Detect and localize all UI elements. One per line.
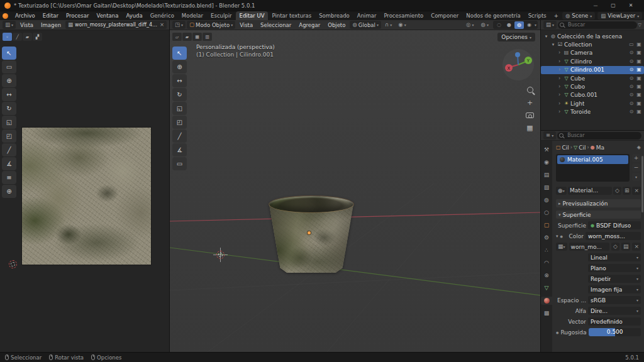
workspace-tab-modelar[interactable]: Modelar bbox=[178, 11, 207, 20]
outliner-row-toroide[interactable]: Toroide bbox=[541, 108, 644, 116]
menu-ayuda[interactable]: Ayuda bbox=[122, 13, 146, 19]
eye-icon[interactable] bbox=[628, 92, 635, 97]
disclosure-icon[interactable] bbox=[556, 101, 563, 106]
interpolation-dropdown[interactable]: Lineal bbox=[588, 253, 641, 261]
material-slot-row[interactable]: Material.005 bbox=[557, 155, 628, 164]
vp-toggle-2-button[interactable]: ▰ bbox=[182, 33, 192, 41]
add-cube-tool-button[interactable] bbox=[172, 157, 187, 170]
annotate-tool-button[interactable] bbox=[2, 143, 16, 156]
disclosure-icon[interactable] bbox=[556, 92, 563, 97]
transform-tool-button[interactable] bbox=[2, 129, 16, 143]
texture-image-preview[interactable] bbox=[22, 128, 151, 265]
menu-ventana[interactable]: Ventana bbox=[92, 13, 122, 19]
color-texture-button[interactable]: worn_moss... bbox=[586, 232, 641, 240]
zoom-icon[interactable] bbox=[527, 87, 533, 93]
collection-checkbox-icon[interactable] bbox=[557, 42, 564, 47]
preview-section-header[interactable]: Previsualización bbox=[556, 199, 641, 207]
tab-output[interactable] bbox=[541, 171, 552, 179]
close-icon[interactable] bbox=[622, 0, 640, 11]
shading-material-button[interactable] bbox=[514, 21, 524, 29]
outliner-row-cubo[interactable]: Cubo bbox=[541, 82, 644, 90]
vp-toggle-1-button[interactable]: ▱ bbox=[172, 33, 182, 41]
shading-rendered-button[interactable] bbox=[525, 21, 534, 29]
workspace-tab-pintar-texturas[interactable]: Pintar texturas bbox=[268, 11, 315, 20]
render-visibility-icon[interactable] bbox=[636, 67, 642, 72]
gizmo-y-label[interactable]: Y bbox=[526, 58, 530, 63]
outliner-row-light[interactable]: Light bbox=[541, 99, 644, 107]
render-visibility-icon[interactable] bbox=[636, 42, 642, 47]
source-dropdown[interactable]: Imagen fija bbox=[588, 285, 641, 293]
eye-icon[interactable] bbox=[628, 109, 635, 114]
disclosure-icon[interactable] bbox=[556, 84, 563, 89]
breadcrumb-data[interactable]: Cil bbox=[579, 145, 586, 151]
workspace-tab-editar-uv[interactable]: Editar UV bbox=[236, 11, 269, 20]
measure-tool-button[interactable] bbox=[172, 143, 187, 156]
cursor-3d[interactable] bbox=[216, 251, 225, 259]
show-gizmo-toggle[interactable] bbox=[464, 21, 476, 29]
scale-tool-button[interactable] bbox=[2, 116, 16, 129]
image-datablock-selector[interactable]: worn_mossy_plasterwall_diff_4k.jpg bbox=[65, 21, 167, 29]
workspace-tab-sombreado[interactable]: Sombreado bbox=[315, 11, 353, 20]
tab-physics[interactable] bbox=[541, 259, 552, 267]
minimize-icon[interactable] bbox=[587, 0, 604, 11]
workspace-tab-animar[interactable]: Animar bbox=[353, 11, 380, 20]
remove-slot-button[interactable] bbox=[632, 163, 640, 172]
disclosure-icon[interactable] bbox=[556, 233, 558, 239]
exclude-icon[interactable] bbox=[628, 42, 635, 47]
tab-object[interactable] bbox=[541, 221, 552, 229]
navigation-gizmo[interactable]: X Y bbox=[501, 48, 535, 82]
disclosure-icon[interactable] bbox=[556, 59, 563, 64]
options-dropdown[interactable]: Opciones bbox=[497, 33, 535, 41]
disclosure-icon[interactable] bbox=[550, 42, 557, 47]
unlink-icon[interactable] bbox=[160, 22, 164, 28]
tab-modifiers[interactable] bbox=[541, 234, 552, 242]
properties-search[interactable] bbox=[557, 132, 641, 140]
disclosure-icon[interactable] bbox=[556, 50, 563, 55]
uv-mode-island-button[interactable]: ▞ bbox=[33, 33, 42, 41]
tab-world[interactable] bbox=[541, 209, 552, 217]
box-select-tool-button[interactable] bbox=[2, 60, 16, 74]
render-visibility-icon[interactable] bbox=[636, 59, 642, 64]
orientation-dropdown[interactable]: Global bbox=[350, 21, 381, 29]
outliner-row-camera[interactable]: Camera bbox=[541, 49, 644, 57]
vp-toggle-3-button[interactable]: ▦ bbox=[192, 33, 202, 41]
breadcrumb-material[interactable]: Ma bbox=[596, 145, 604, 151]
cursor-tool-button[interactable] bbox=[2, 74, 16, 87]
eye-icon[interactable] bbox=[628, 59, 635, 64]
outliner-row-collection[interactable]: Collection bbox=[541, 40, 644, 48]
shading-wireframe-button[interactable] bbox=[494, 21, 504, 29]
shading-solid-button[interactable] bbox=[504, 21, 514, 29]
camera-view-icon[interactable] bbox=[526, 112, 534, 118]
extension-dropdown[interactable]: Repetir bbox=[588, 275, 641, 283]
pan-hand-icon[interactable] bbox=[526, 99, 533, 106]
eye-icon[interactable] bbox=[628, 50, 635, 55]
render-visibility-icon[interactable] bbox=[636, 92, 642, 97]
workspace-tab-procesamiento[interactable]: Procesamiento bbox=[380, 11, 427, 20]
add-slot-button[interactable] bbox=[632, 154, 640, 162]
uv-menu-vista[interactable]: Vista bbox=[17, 22, 36, 28]
uv-menu-imagen[interactable]: Imagen bbox=[38, 22, 64, 28]
disclosure-icon[interactable] bbox=[556, 67, 563, 72]
render-visibility-icon[interactable] bbox=[636, 101, 642, 106]
show-overlays-toggle[interactable] bbox=[479, 21, 491, 29]
rotate-tool-button[interactable] bbox=[2, 102, 16, 115]
outliner-row-cilindro-001[interactable]: Cilindro.001 bbox=[541, 66, 644, 74]
tab-render[interactable] bbox=[541, 158, 552, 167]
filter-icon[interactable] bbox=[638, 22, 641, 28]
cursor-tool-button[interactable] bbox=[172, 60, 187, 74]
snap-toggle[interactable] bbox=[382, 21, 394, 29]
breadcrumb-object[interactable]: Cil bbox=[562, 145, 569, 151]
render-visibility-icon[interactable] bbox=[636, 76, 642, 81]
editor-type-dropdown[interactable] bbox=[543, 131, 556, 140]
gizmo-x-label[interactable]: X bbox=[508, 66, 511, 71]
grab-tool-button[interactable] bbox=[2, 171, 16, 184]
render-visibility-icon[interactable] bbox=[636, 109, 642, 114]
eye-icon[interactable] bbox=[628, 67, 635, 72]
eye-icon[interactable] bbox=[628, 101, 635, 106]
fake-user-button[interactable] bbox=[613, 187, 621, 195]
disclosure-icon[interactable] bbox=[556, 109, 563, 114]
proportional-edit-toggle[interactable] bbox=[396, 21, 408, 29]
outliner-row-scene-collection[interactable]: Colección de la escena bbox=[541, 32, 644, 40]
material-name-field[interactable]: Material... bbox=[568, 187, 612, 195]
editor-type-dropdown[interactable] bbox=[3, 21, 16, 29]
